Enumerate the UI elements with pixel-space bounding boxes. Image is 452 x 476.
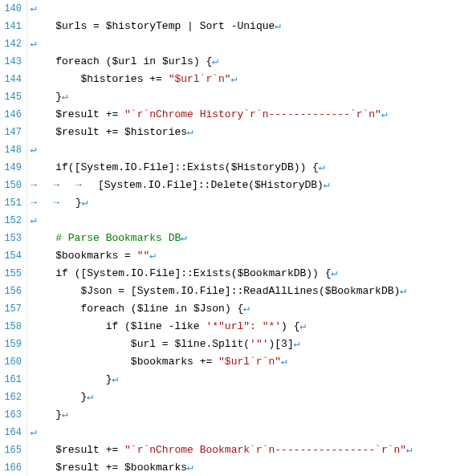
code-line[interactable]: 160 $bookmarks += "$url`r`n"↵	[0, 353, 452, 371]
indent-spaces	[31, 18, 55, 35]
token-plain: = [System.IO.File]::ReadAllLines(	[112, 283, 324, 300]
token-plain: +=	[193, 353, 218, 371]
code-content[interactable]: ↵	[27, 0, 37, 18]
code-line[interactable]: 155 if ([System.IO.File]::Exists($Bookma…	[0, 265, 452, 283]
code-line[interactable]: 149 if([System.IO.File]::Exists($History…	[0, 159, 452, 177]
token-var: $BookmarkDB	[237, 265, 306, 283]
code-line[interactable]: 152↵	[0, 212, 452, 230]
eol-icon: ↵	[31, 141, 37, 159]
code-line[interactable]: 164↵	[0, 424, 452, 441]
indent-spaces	[31, 53, 55, 71]
token-plain: )	[317, 177, 324, 194]
code-content[interactable]: ↵	[27, 424, 37, 441]
code-content[interactable]: $bookmarks += "$url`r`n"↵	[27, 353, 287, 371]
line-number: 166	[0, 459, 27, 476]
token-plain: +=	[143, 71, 168, 88]
line-number: 161	[0, 371, 27, 389]
line-number: 160	[0, 353, 27, 371]
line-number: 155	[0, 265, 27, 283]
code-line[interactable]: 150→→→[System.IO.File]::Delete($HistoryD…	[0, 177, 452, 194]
code-line[interactable]: 159 $url = $line.Split('"')[3]↵	[0, 336, 452, 353]
indent-spaces	[31, 441, 55, 459]
code-content[interactable]: foreach ($line in $Json) {↵	[27, 300, 250, 318]
token-var: $historyTemp	[106, 18, 181, 35]
code-line[interactable]: 145 }↵	[0, 88, 452, 106]
token-var: $line	[131, 318, 162, 336]
code-content[interactable]: $result += "`r`nChrome History`r`n------…	[27, 106, 388, 124]
code-content[interactable]: if ($line -like '*"url": "*') {↵	[27, 318, 306, 336]
code-content[interactable]: $urls = $historyTemp | Sort -Unique↵	[27, 18, 281, 35]
token-plain: }	[75, 194, 82, 212]
token-var: $BookmarkDB	[325, 283, 394, 300]
code-content[interactable]: ↵	[27, 141, 37, 159]
code-content[interactable]: if ([System.IO.File]::Exists($BookmarkDB…	[27, 265, 337, 283]
code-content[interactable]: ↵	[27, 35, 37, 53]
code-line[interactable]: 163 }↵	[0, 406, 452, 424]
line-number: 153	[0, 230, 27, 247]
code-content[interactable]: foreach ($url in $urls) {↵	[27, 53, 218, 71]
code-content[interactable]: $bookmarks = ""↵	[27, 247, 156, 265]
eol-icon: ↵	[243, 300, 250, 318]
token-str: '"'	[250, 336, 268, 353]
tab-whitespace-icon: →	[53, 177, 75, 194]
code-content[interactable]: }↵	[27, 88, 68, 106]
token-var: $urls	[55, 18, 87, 35]
eol-icon: ↵	[381, 106, 388, 124]
token-plain: (	[118, 318, 131, 336]
token-plain: +=	[100, 106, 124, 124]
token-str: '*"url": "*'	[206, 318, 281, 336]
token-plain: in	[137, 53, 162, 71]
code-line[interactable]: 148↵	[0, 141, 452, 159]
code-line[interactable]: 165 $result += "`r`nChrome Bookmark`r`n-…	[0, 441, 452, 459]
code-content[interactable]: }↵	[27, 371, 118, 389]
line-number: 158	[0, 318, 27, 336]
line-number: 148	[0, 141, 27, 159]
indent-spaces	[31, 247, 55, 265]
code-content[interactable]: if([System.IO.File]::Exists($HistoryDB))…	[27, 159, 325, 177]
token-str: "`r`nChrome Bookmark`r`n----------------…	[124, 441, 406, 459]
code-editor[interactable]: 140↵141 $urls = $historyTemp | Sort -Uni…	[0, 0, 452, 476]
token-var: $bookmarks	[124, 459, 187, 476]
token-kw: if	[55, 159, 68, 177]
token-plain: ) {	[281, 318, 299, 336]
code-line[interactable]: 147 $result += $histories↵	[0, 124, 452, 141]
indent-spaces	[31, 459, 55, 476]
code-line[interactable]: 151→→}↵	[0, 194, 452, 212]
code-line[interactable]: 157 foreach ($line in $Json) {↵	[0, 300, 452, 318]
indent-spaces	[31, 318, 106, 336]
code-content[interactable]: ↵	[27, 212, 37, 230]
code-line[interactable]: 161 }↵	[0, 371, 452, 389]
indent-spaces	[31, 265, 55, 283]
code-line[interactable]: 146 $result += "`r`nChrome History`r`n--…	[0, 106, 452, 124]
indent-spaces	[31, 336, 131, 353]
code-line[interactable]: 156 $Json = [System.IO.File]::ReadAllLin…	[0, 283, 452, 300]
code-line[interactable]: 140↵	[0, 0, 452, 18]
code-line[interactable]: 144 $histories += "$url`r`n"↵	[0, 71, 452, 88]
token-plain: +=	[100, 124, 124, 141]
code-line[interactable]: 166 $result += $bookmarks↵	[0, 459, 452, 476]
line-number: 154	[0, 247, 27, 265]
code-content[interactable]: # Parse Bookmarks DB↵	[27, 230, 187, 247]
code-content[interactable]: $Json = [System.IO.File]::ReadAllLines($…	[27, 283, 406, 300]
code-line[interactable]: 143 foreach ($url in $urls) {↵	[0, 53, 452, 71]
tab-whitespace-icon: →	[31, 194, 53, 212]
code-content[interactable]: $result += $bookmarks↵	[27, 459, 193, 476]
code-content[interactable]: $result += $histories↵	[27, 124, 193, 141]
code-line[interactable]: 162 }↵	[0, 389, 452, 406]
code-line[interactable]: 153 # Parse Bookmarks DB↵	[0, 230, 452, 247]
eol-icon: ↵	[31, 212, 37, 230]
indent-spaces	[31, 406, 55, 424]
code-line[interactable]: 158 if ($line -like '*"url": "*') {↵	[0, 318, 452, 336]
code-line[interactable]: 154 $bookmarks = ""↵	[0, 247, 452, 265]
line-number: 142	[0, 35, 27, 53]
code-line[interactable]: 141 $urls = $historyTemp | Sort -Unique↵	[0, 18, 452, 35]
code-content[interactable]: $result += "`r`nChrome Bookmark`r`n-----…	[27, 441, 413, 459]
code-line[interactable]: 142↵	[0, 35, 452, 53]
code-content[interactable]: →→}↵	[27, 194, 88, 212]
code-content[interactable]: $histories += "$url`r`n"↵	[27, 71, 238, 88]
code-content[interactable]: $url = $line.Split('"')[3]↵	[27, 336, 300, 353]
code-content[interactable]: →→→[System.IO.File]::Delete($HistoryDB)↵	[27, 177, 330, 194]
indent-spaces	[31, 389, 80, 406]
code-content[interactable]: }↵	[27, 406, 68, 424]
code-content[interactable]: }↵	[27, 389, 93, 406]
